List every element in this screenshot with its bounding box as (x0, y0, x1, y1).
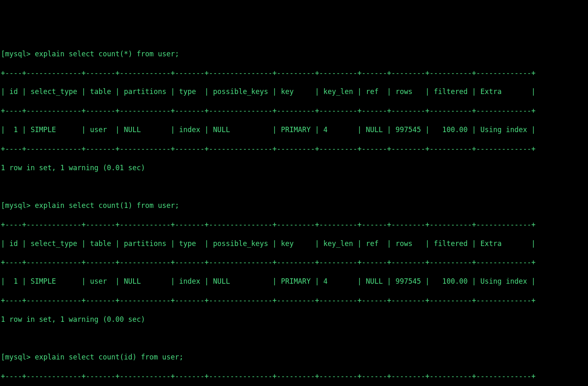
result-summary-2: 1 row in set, 1 warning (0.00 sec) (1, 315, 588, 324)
table-border: +----+-------------+-------+------------… (1, 220, 588, 229)
table-border: +----+-------------+-------+------------… (1, 68, 588, 78)
table-header-row: | id | select_type | table | partitions … (1, 239, 588, 248)
table-border: +----+-------------+-------+------------… (1, 372, 588, 381)
prompt-line-3: [mysql> explain select count(id) from us… (1, 352, 588, 362)
table-border: +----+-------------+-------+------------… (1, 296, 588, 305)
result-summary-1: 1 row in set, 1 warning (0.01 sec) (1, 163, 588, 173)
prompt-line-1: [mysql> explain select count(*) from use… (1, 49, 588, 59)
prompt-line-2: [mysql> explain select count(1) from use… (1, 201, 588, 210)
sql-command-2: explain select count(1) from user; (35, 201, 179, 210)
table-border: +----+-------------+-------+------------… (1, 258, 588, 267)
blank-line (1, 334, 588, 343)
prompt-prefix: [mysql> (1, 353, 31, 361)
table-border: +----+-------------+-------+------------… (1, 144, 588, 154)
table-data-row: | 1 | SIMPLE | user | NULL | index | NUL… (1, 125, 588, 135)
blank-line (1, 182, 588, 191)
prompt-prefix: [mysql> (1, 201, 31, 210)
sql-command-1: explain select count(*) from user; (35, 50, 179, 58)
terminal-output: [mysql> explain select count(*) from use… (0, 38, 588, 386)
sql-command-3: explain select count(id) from user; (35, 353, 183, 361)
prompt-prefix: [mysql> (1, 50, 31, 58)
table-border: +----+-------------+-------+------------… (1, 106, 588, 116)
table-data-row: | 1 | SIMPLE | user | NULL | index | NUL… (1, 277, 588, 286)
table-header-row: | id | select_type | table | partitions … (1, 87, 588, 96)
